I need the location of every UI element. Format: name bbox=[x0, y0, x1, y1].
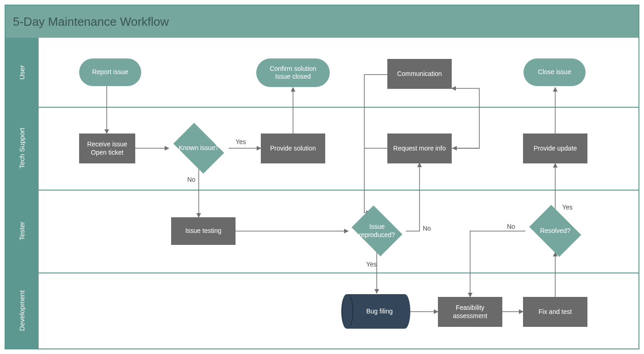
node-bug-filing: Bug filing bbox=[341, 294, 410, 329]
node-label: Resolved? bbox=[540, 227, 570, 235]
node-label: Report issue bbox=[92, 68, 128, 76]
node-label: Request more info bbox=[393, 145, 446, 153]
diagram-title-bar: 5-Day Maintenance Workflow bbox=[6, 6, 638, 38]
node-close-issue: Close issue bbox=[523, 58, 586, 86]
node-request-more-info: Request more info bbox=[387, 133, 452, 163]
node-issue-testing: Issue testing bbox=[171, 217, 236, 245]
node-label: Receive issue Open ticket bbox=[87, 140, 127, 157]
node-provide-solution: Provide solution bbox=[261, 133, 325, 163]
node-label: Close issue bbox=[538, 68, 571, 76]
node-label: Fix and test bbox=[539, 308, 572, 316]
node-label: Issue reproduced? bbox=[359, 223, 395, 239]
edge-label-known-no: No bbox=[187, 176, 196, 183]
lane-label-tester: Tester bbox=[6, 190, 38, 273]
node-label: Confirm solution Issue closed bbox=[270, 65, 316, 81]
node-issue-reproduced: Issue reproduced? bbox=[348, 209, 406, 253]
node-resolved: Resolved? bbox=[525, 209, 585, 253]
lane-label-tech-support: Tech Support bbox=[6, 107, 38, 190]
node-label: Communication bbox=[397, 70, 442, 78]
node-known-issue: Known issue? bbox=[169, 128, 229, 169]
node-label: Provide update bbox=[534, 145, 577, 153]
edge-label-known-yes: Yes bbox=[236, 138, 246, 145]
lane-label-user: User bbox=[6, 38, 38, 107]
lane-label-separator bbox=[38, 38, 39, 348]
node-fix-and-test: Fix and test bbox=[523, 297, 587, 327]
node-report-issue: Report issue bbox=[79, 58, 141, 86]
node-receive-issue: Receive issue Open ticket bbox=[79, 133, 135, 163]
node-communication: Communication bbox=[387, 59, 452, 89]
node-label: Known issue? bbox=[178, 144, 218, 152]
edge-label-resolved-yes: Yes bbox=[562, 203, 573, 211]
node-provide-update: Provide update bbox=[523, 133, 587, 163]
swimlane-diagram: 5-Day Maintenance Workflow User Tech Sup… bbox=[5, 5, 639, 349]
lane-label-development: Development bbox=[6, 273, 38, 348]
edge-label-reproduced-yes: Yes bbox=[366, 261, 377, 268]
node-label: Bug filing bbox=[360, 308, 393, 316]
lane-divider-2 bbox=[38, 190, 638, 191]
diagram-title: 5-Day Maintenance Workflow bbox=[13, 15, 169, 29]
node-label: Issue testing bbox=[185, 227, 222, 235]
node-label: Provide solution bbox=[270, 145, 316, 153]
lane-divider-3 bbox=[38, 273, 638, 273]
node-label: Feasibility assessment bbox=[453, 304, 488, 320]
edge-label-resolved-no: No bbox=[507, 223, 515, 230]
node-feasibility-assessment: Feasibility assessment bbox=[438, 297, 502, 327]
edge-label-reproduced-no: No bbox=[423, 225, 431, 232]
node-confirm-solution: Confirm solution Issue closed bbox=[256, 58, 330, 87]
lane-divider-1 bbox=[38, 107, 638, 108]
